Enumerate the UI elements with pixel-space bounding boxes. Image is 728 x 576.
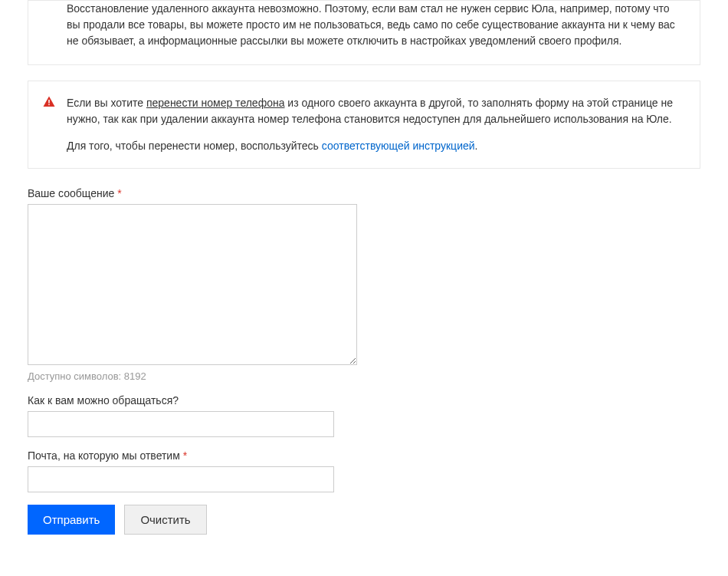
message-field-group: Ваше сообщение * Доступно символов: 8192 [28,187,700,382]
message-label-text: Ваше сообщение [28,187,114,199]
name-input[interactable] [28,411,334,437]
email-field-group: Почта, на которую мы ответим * [28,449,700,492]
required-mark: * [117,187,121,199]
instruction-link[interactable]: соответствующей инструкцией [322,140,475,152]
warning-icon [42,95,56,109]
warning-paragraph-1: Если вы хотите перенести номер телефона … [67,95,684,127]
clear-button[interactable]: Очистить [124,505,206,535]
name-field-group: Как к вам можно обращаться? [28,394,700,437]
email-label: Почта, на которую мы ответим * [28,449,700,462]
warning-p2-before: Для того, чтобы перенести номер, восполь… [67,140,322,152]
email-input[interactable] [28,466,334,492]
svg-rect-0 [48,100,50,104]
char-counter-value: 8192 [124,370,146,382]
info-text: Восстановление удаленного аккаунта невоз… [67,1,684,49]
name-label: Как к вам можно обращаться? [28,394,700,406]
warning-paragraph-2: Для того, чтобы перенести номер, восполь… [67,138,684,154]
message-label: Ваше сообщение * [28,187,700,199]
message-textarea[interactable] [28,204,357,365]
info-box: Восстановление удаленного аккаунта невоз… [28,0,700,65]
svg-rect-1 [48,104,50,106]
warning-p1-before: Если вы хотите [67,97,146,109]
warning-p2-after: . [475,140,478,152]
char-counter-prefix: Доступно символов: [28,370,124,382]
required-mark: * [183,449,187,462]
email-label-text: Почта, на которую мы ответим [28,449,180,462]
warning-phone-transfer-text: перенести номер телефона [146,97,285,109]
char-counter: Доступно символов: 8192 [28,370,700,382]
button-row: Отправить Очистить [28,505,700,535]
warning-box: Если вы хотите перенести номер телефона … [28,81,700,169]
submit-button[interactable]: Отправить [28,505,115,535]
